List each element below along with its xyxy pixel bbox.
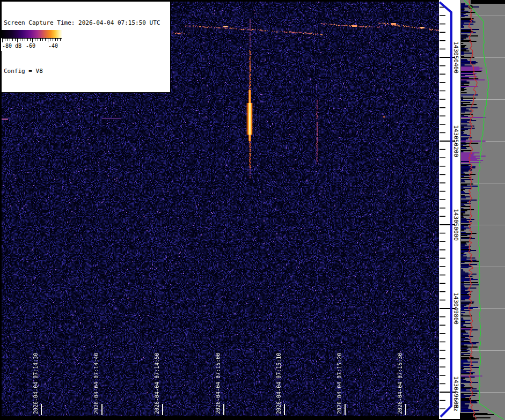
config-text: Config = V8 (4, 67, 168, 75)
frequency-tick-label: 143049800 (452, 279, 459, 338)
time-tick-label: 2026-04-04 07:14:40 (93, 328, 99, 414)
time-tick-label: 2026-04-04 07:15:30 (397, 328, 403, 414)
time-tick-mark (162, 404, 163, 415)
frequency-tick-label: 143050000 (452, 195, 459, 254)
colormap-gradient (1, 30, 62, 38)
db-color-scale: -80dB-60-40 (1, 30, 62, 51)
time-tick-label: 2026-04-04 07:15:10 (276, 328, 282, 414)
time-tick-mark (223, 404, 224, 415)
db-scale-label: -60 (26, 43, 35, 49)
time-tick-label: 2026-04-04 07:14:30 (33, 328, 39, 414)
frequency-tick-label: 143050400 (452, 28, 459, 87)
db-scale-label: -80 (2, 43, 12, 49)
time-tick-mark (101, 404, 103, 415)
meteor-spectrogram-display: Screen Capture Time: 2026-04-04 07:15:50… (0, 0, 505, 420)
time-tick-label: 2026-04-04 07:15:00 (215, 328, 221, 414)
time-tick-label: 2026-04-04 07:14:50 (154, 328, 160, 414)
spectrum-panel-canvas (460, 0, 505, 420)
time-tick-mark (41, 404, 42, 415)
db-scale-ruler (2, 38, 62, 43)
frequency-unit-label: Hz (452, 404, 459, 420)
db-scale-labels: -80dB-60-40 (1, 43, 62, 50)
time-tick-mark (405, 404, 406, 415)
db-scale-label: -40 (48, 43, 58, 49)
time-tick-mark (284, 404, 285, 415)
capture-time-text: Screen Capture Time: 2026-04-04 07:15:50… (4, 19, 168, 27)
frequency-tick-label: 143050200 (452, 112, 459, 171)
time-tick-mark (345, 404, 346, 415)
frequency-axis-bracket (440, 2, 451, 417)
db-scale-label: dB (15, 43, 21, 49)
time-tick-label: 2026-04-04 07:15:20 (336, 328, 342, 414)
